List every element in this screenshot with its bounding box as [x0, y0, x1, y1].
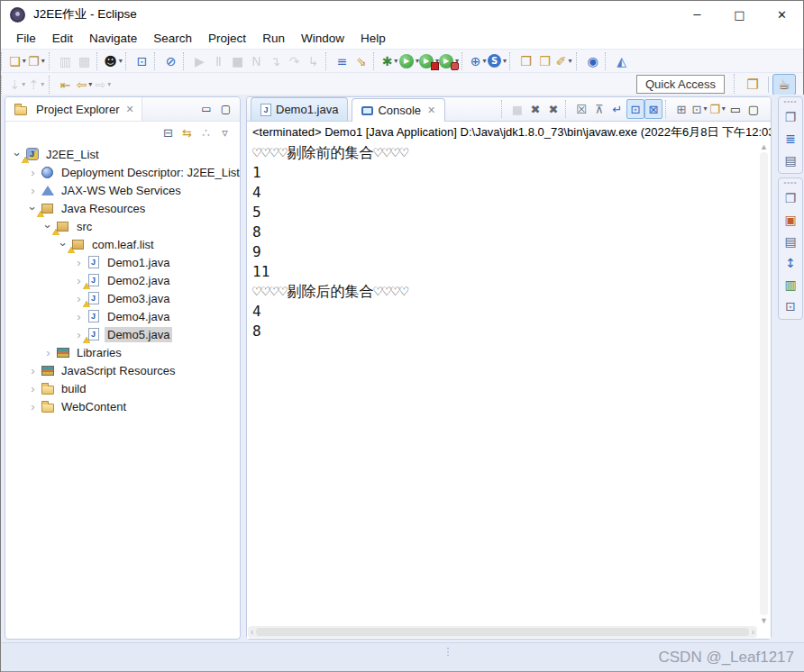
clear-console-icon[interactable]: ☒ — [572, 99, 590, 119]
restore-view-icon[interactable]: ❐ — [781, 187, 800, 209]
console-maximize-icon[interactable]: ▢ — [745, 99, 763, 119]
external-tools-icon[interactable]: ⇘ — [352, 51, 370, 71]
remove-all-launches-icon[interactable]: ✖ — [544, 99, 562, 119]
next-annotation-icon[interactable]: ⇣▾ — [8, 75, 27, 95]
user-account-icon[interactable]: ☻▾ — [104, 51, 123, 71]
jaxws-wizard-icon[interactable]: ◭ — [612, 51, 631, 71]
vertical-scroll-track[interactable] — [760, 152, 768, 615]
scroll-up-icon[interactable]: ▲ — [760, 141, 768, 152]
tab-console-close-icon[interactable]: ✕ — [427, 104, 435, 116]
tree-item[interactable]: ›JDemo5.java — [5, 325, 240, 343]
javaee-perspective-icon[interactable]: ☕ — [772, 74, 796, 95]
quick-access-box[interactable]: Quick Access — [636, 75, 725, 94]
project-explorer-close-icon[interactable]: ✕ — [125, 104, 133, 115]
profile-icon[interactable]: ▶▾ — [439, 51, 459, 71]
forward-icon-dropdown[interactable]: ▾ — [107, 81, 111, 88]
coverage-icon[interactable]: ▶▾ — [419, 51, 439, 71]
open-terminal-icon[interactable]: ⊡ — [132, 51, 151, 71]
servers-view-icon[interactable]: ↕ — [781, 252, 800, 274]
tree-item[interactable]: ›JDemo3.java — [5, 289, 240, 307]
tab-console[interactable]: Console ✕ — [352, 98, 445, 122]
new-wizard-icon[interactable]: ❏▾ — [8, 51, 27, 71]
new-web-service-icon[interactable]: ⊕▾ — [469, 51, 488, 71]
snippets-view-icon[interactable]: ⊡ — [781, 295, 800, 317]
remove-launch-icon[interactable]: ✖ — [526, 99, 544, 119]
import-ear-icon[interactable]: ❒ — [516, 51, 535, 71]
open-folder-icon[interactable]: ❒ — [535, 51, 554, 71]
back-icon[interactable]: ⇦▾ — [75, 75, 94, 95]
highlighter-icon-dropdown[interactable]: ▾ — [568, 58, 571, 65]
scroll-down-icon[interactable]: ▼ — [760, 615, 768, 626]
expander-icon[interactable]: › — [26, 382, 40, 395]
menu-project[interactable]: Project — [200, 30, 254, 47]
collapse-all-icon[interactable]: ⊟ — [159, 123, 178, 142]
task-list-view-icon[interactable]: ▤ — [781, 150, 800, 171]
pe-minimize-icon[interactable]: ▭ — [201, 103, 211, 115]
properties-view-icon[interactable]: ▤ — [781, 231, 800, 252]
menu-window[interactable]: Window — [293, 30, 352, 47]
console-minimize-icon[interactable]: ▭ — [726, 99, 745, 119]
strip-grip-icon[interactable]: •••• — [783, 99, 797, 106]
step-over-icon[interactable]: ↷ — [285, 51, 304, 71]
display-console-icon[interactable]: ⊡▾ — [690, 99, 708, 119]
tree-item[interactable]: ›JDemo2.java — [5, 271, 240, 289]
debug-icon[interactable]: ✱▾ — [380, 51, 399, 71]
highlighter-icon[interactable]: ✐▾ — [554, 51, 573, 71]
expander-icon[interactable]: › — [72, 310, 86, 323]
menu-navigate[interactable]: Navigate — [81, 30, 145, 47]
ws-explorer-icon-dropdown[interactable]: ▾ — [503, 58, 507, 65]
statusbar-grip-icon[interactable]: ⋮ — [443, 649, 453, 654]
markers-view-icon[interactable]: ▣ — [781, 209, 800, 231]
restore-view-icon[interactable]: ❐ — [781, 106, 800, 128]
new-javaee-project-icon-dropdown[interactable]: ▾ — [41, 58, 45, 65]
step-into-icon[interactable]: ↴ — [266, 51, 285, 71]
tree-item[interactable]: ›JavaScript Resources — [5, 361, 240, 379]
web-browser-icon[interactable]: ◉ — [583, 51, 602, 71]
tree-item[interactable]: ›JJ2EE_List — [5, 145, 240, 163]
new-web-service-icon-dropdown[interactable]: ▾ — [482, 58, 486, 65]
back-icon-dropdown[interactable]: ▾ — [88, 81, 92, 88]
open-console-icon[interactable]: ❐▾ — [708, 99, 726, 119]
word-wrap-icon[interactable]: ↵ — [608, 99, 626, 119]
tree-item[interactable]: ›build — [5, 379, 240, 397]
link-with-editor-icon[interactable]: ⇆ — [178, 123, 196, 142]
pin-console-icon[interactable]: ⊞ — [672, 99, 690, 119]
expander-icon[interactable]: › — [26, 400, 40, 413]
save-all-icon[interactable]: ▩ — [75, 51, 94, 71]
step-return-icon[interactable]: ↳ — [304, 51, 323, 71]
pe-dropdown-icon[interactable]: ▿ — [215, 123, 234, 142]
tree-item[interactable]: ›Java Resources — [5, 199, 240, 217]
forward-icon[interactable]: ⇨▾ — [94, 75, 113, 95]
stdout-toggle-icon[interactable]: ⊡ — [626, 99, 644, 119]
open-console-icon-dropdown[interactable]: ▾ — [722, 105, 726, 113]
resume-icon[interactable]: ▶ — [190, 51, 209, 71]
debug-icon-dropdown[interactable]: ▾ — [394, 58, 397, 65]
pe-view-menu-icon[interactable]: ∴ — [196, 123, 215, 142]
tree-item[interactable]: ›JAX-WS Web Services — [5, 181, 240, 199]
ws-explorer-icon[interactable]: S▾ — [488, 51, 507, 71]
console-horizontal-scrollbar[interactable]: ‹ › — [248, 626, 757, 638]
expander-icon[interactable]: › — [72, 256, 86, 269]
expander-icon[interactable]: › — [41, 346, 55, 359]
tree-item[interactable]: ›JDemo4.java — [5, 307, 240, 325]
menu-run[interactable]: Run — [254, 30, 293, 47]
open-perspective-icon[interactable]: ❐ — [741, 74, 764, 95]
tree-item[interactable]: ›JDemo1.java — [5, 253, 240, 271]
new-wizard-icon-dropdown[interactable]: ▾ — [23, 58, 26, 65]
last-edit-location-icon[interactable]: ⇤ — [56, 75, 75, 95]
next-annotation-icon-dropdown[interactable]: ▾ — [22, 81, 25, 88]
run-config-icon[interactable]: ≡ — [333, 51, 352, 71]
disconnect-icon[interactable]: N — [247, 51, 266, 71]
stderr-toggle-icon[interactable]: ⊠ — [644, 99, 662, 119]
console-terminate-icon[interactable]: ■ — [508, 99, 526, 119]
user-account-icon-dropdown[interactable]: ▾ — [119, 58, 123, 65]
tree-item[interactable]: ›Libraries — [5, 343, 240, 361]
expander-icon[interactable]: › — [26, 184, 40, 197]
run-icon[interactable]: ▶▾ — [399, 51, 419, 71]
pe-maximize-icon[interactable]: ▢ — [221, 103, 231, 115]
tab-demo1-java[interactable]: J Demo1.java — [251, 97, 348, 121]
menu-file[interactable]: File — [8, 30, 44, 47]
skip-breakpoints-icon[interactable]: ⊘ — [161, 51, 180, 71]
close-button[interactable]: ✕ — [761, 1, 803, 28]
console-vertical-scrollbar[interactable]: ▲ ▼ — [758, 141, 770, 626]
